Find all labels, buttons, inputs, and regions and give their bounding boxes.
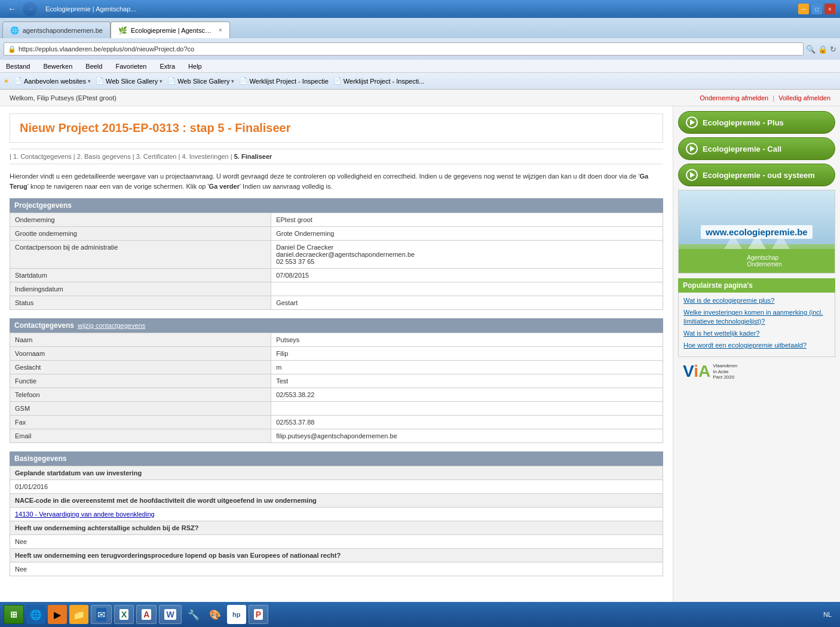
taskbar-tool-icon[interactable]: 🔧 [184,605,203,624]
lock-icon: 🔒 [818,45,827,54]
menu-beeld[interactable]: Beeld [83,62,105,71]
taskbar-media-icon[interactable]: ▶ [48,605,67,624]
forward-button[interactable]: → [23,2,37,16]
fav-label-werklijst1: Werklijst Project - Inspectie [249,78,328,85]
btn-label-oud: Ecologiepremie - oud systeem [703,171,815,180]
value-naam: Putseys [271,333,663,347]
table-row: Heeft uw onderneming achterstallige schu… [10,521,663,535]
table-row: Onderneming EPtest groot [10,213,663,227]
popular-link-1[interactable]: Wat is de ecologiepremie plus? [683,296,830,305]
value-email: filip.putseys@agentschapondernemen.be [271,429,663,443]
main-area: Nieuw Project 2015-EP-0313 : stap 5 - Fi… [0,106,673,619]
table-row: Fax 02/553.37.88 [10,416,663,429]
label-fax: Fax [10,416,271,429]
taskbar-paint-icon[interactable]: 🎨 [206,605,225,624]
basis-a2: 14130 - Vervaardiging van andere bovenkl… [10,508,663,521]
menu-bewerken[interactable]: Bewerken [41,62,75,71]
table-row: NACE-code in die overeenstemt met de hoo… [10,494,663,508]
taskbar-word-app[interactable]: W [159,605,181,624]
ecologiepremie-call-button[interactable]: Ecologiepremie - Call [678,137,835,160]
menu-favorieten[interactable]: Favorieten [113,62,149,71]
start-button[interactable]: ⊞ [4,605,24,624]
play-icon-plus [686,116,698,128]
taskbar-ppt-app[interactable]: P [249,605,268,624]
taskbar-outlook-app[interactable]: ✉ [91,605,112,624]
basisgegevens-header: Basisgegevens [10,451,663,466]
wijzig-contactgegevens-link[interactable]: wijzig contactgegevens [78,322,145,329]
fav-arrow-webslice2: ▾ [231,78,234,84]
step-2[interactable]: 2. Basis gegevens | [77,153,134,160]
fav-werklijst1[interactable]: 📄 Werklijst Project - Inspectie [239,77,328,85]
fav-icon-aanbevolen: 📄 [14,77,22,85]
fav-star-icon: ★ [4,78,9,84]
popular-link-3[interactable]: Wat is het wettelijk kader? [683,329,830,337]
label-telefoon: Telefoon [10,388,271,402]
ecologiepremie-oud-button[interactable]: Ecologiepremie - oud systeem [678,164,835,186]
menu-extra[interactable]: Extra [157,62,177,71]
title-bar-title: Ecologiepremie | Agentschap... [41,5,795,13]
taskbar-excel-app[interactable]: X [114,605,134,624]
step-4[interactable]: 4. Investeringen | [182,153,232,160]
maximize-button[interactable]: □ [811,4,822,14]
tab-agentschap[interactable]: 🌐 agentschapondernemen.be [2,21,111,38]
step-5: 5. Finaliseer [234,153,272,160]
menu-bar: Bestand Bewerken Beeld Favorieten Extra … [0,60,840,73]
taskbar-files-icon[interactable]: 📁 [69,605,88,624]
table-row: 01/01/2016 [10,480,663,494]
label-status: Status [10,296,271,310]
page-content: Nieuw Project 2015-EP-0313 : stap 5 - Fi… [0,106,840,619]
label-grootte: Grootte onderneming [10,227,271,241]
tab-ecologiepremie[interactable]: 🌿 Ecologiepremie | Agentschap... × [111,21,230,38]
sidebar-image[interactable]: www.ecologiepremie.be AgentschapOndernem… [678,190,835,273]
menu-help[interactable]: Help [186,62,204,71]
table-row: Email filip.putseys@agentschapondernemen… [10,429,663,443]
value-status: Gestart [271,296,663,310]
table-row: Heeft uw onderneming een terugvorderings… [10,549,663,563]
fav-aanbevolen[interactable]: 📄 Aanbevolen websites ▾ [14,77,91,85]
onderneming-afmelden-link[interactable]: Onderneming afmelden [700,94,768,102]
volledig-afmelden-link[interactable]: Volledig afmelden [778,94,830,102]
tab-bar: 🌐 agentschapondernemen.be 🌿 Ecologieprem… [0,18,840,38]
fav-webslice2[interactable]: 📄 Web Slice Gallery ▾ [167,77,234,85]
nace-link[interactable]: 14130 - Vervaardiging van andere bovenkl… [15,511,155,518]
value-indieningsdatum [271,282,663,296]
table-row: Nee [10,563,663,576]
agentschap-logo: AgentschapOndernemen [731,254,781,268]
menu-bestand[interactable]: Bestand [4,62,32,71]
taskbar-access-app[interactable]: A [136,605,157,624]
page-title: Nieuw Project 2015-EP-0313 : stap 5 - Fi… [10,113,663,143]
contactgegevens-header: Contactgegevens wijzig contactgegevens [10,318,663,333]
popular-link-2[interactable]: Welke investeringen komen in aanmerking … [683,308,830,325]
step-1[interactable]: | 1. Contactgegevens | [10,153,75,160]
address-favicon: 🔒 [8,45,16,53]
taskbar-hp-icon[interactable]: hp [227,605,246,624]
welcome-text: Welkom, Filip Putseys (EPtest groot) [10,94,117,102]
close-button[interactable]: × [824,4,835,14]
back-button[interactable]: ← [5,2,19,16]
btn-label-call: Ecologiepremie - Call [703,145,781,153]
ecologiepremie-plus-button[interactable]: Ecologiepremie - Plus [678,111,835,134]
tab-close-2[interactable]: × [219,27,222,33]
step-3[interactable]: 3. Certificaten | [136,153,180,160]
contactgegevens-title: Contactgegevens [14,321,74,330]
refresh-icon[interactable]: ↻ [830,45,836,54]
minimize-button[interactable]: ─ [798,4,809,14]
fav-icon-werklijst1: 📄 [239,77,247,85]
address-box[interactable]: 🔒 https://epplus.vlaanderen.be/epplus/on… [4,42,804,56]
taskbar-ie-icon[interactable]: 🌐 [26,605,45,624]
word-icon: W [164,609,176,620]
fav-webslice1[interactable]: 📄 Web Slice Gallery ▾ [96,77,163,85]
link-separator: | [772,94,776,102]
logo-text: AgentschapOndernemen [747,254,781,268]
fav-werklijst2[interactable]: 📄 Werklijst Project - Inspecti... [333,77,425,85]
tab-favicon-1: 🌐 [10,26,19,35]
value-functie: Test [271,374,663,388]
fav-label-webslice2: Web Slice Gallery [177,78,229,85]
projectgegevens-header: Projectgegevens [10,198,663,213]
play-arrow-call [690,146,695,152]
tab-label-1: agentschapondernemen.be [23,27,103,34]
popular-link-4[interactable]: Hoe wordt een ecologiepremie uitbetaald? [683,341,830,349]
label-email: Email [10,429,271,443]
popular-links: Wat is de ecologiepremie plus? Welke inv… [678,293,835,357]
basis-a4: Nee [10,563,663,576]
